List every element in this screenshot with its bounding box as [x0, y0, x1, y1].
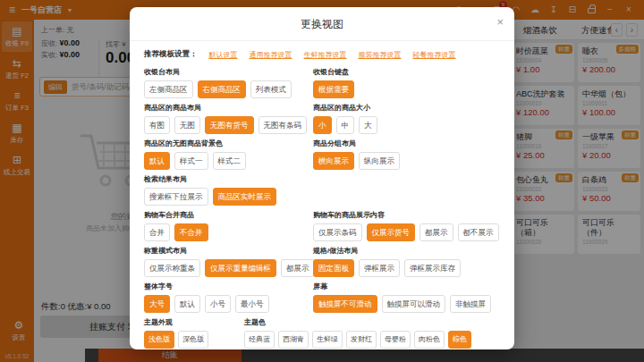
- option-button[interactable]: 大号: [144, 295, 170, 313]
- preset-fresh[interactable]: 生鲜推荐设置: [304, 50, 347, 60]
- group-label: 整体字号: [144, 282, 313, 292]
- group-label: 商品区的商品布局: [144, 103, 313, 114]
- change-view-modal: 更换视图 × 推荐模板设置： 默认设置 通用推荐设置 生鲜推荐设置 服装推荐设置…: [130, 7, 514, 349]
- option-button[interactable]: 仅展示货号: [367, 223, 416, 241]
- option-button[interactable]: 母婴粉: [380, 331, 411, 349]
- option-button[interactable]: 无图: [174, 116, 200, 134]
- preset-general[interactable]: 通用推荐设置: [250, 50, 292, 60]
- preset-clothing[interactable]: 服装推荐设置: [359, 50, 402, 60]
- option-button[interactable]: 搜索框下拉展示: [144, 188, 208, 206]
- option-button[interactable]: 小: [313, 116, 332, 134]
- option-button[interactable]: 浅色版: [144, 331, 174, 349]
- group-label: 主题外观: [144, 317, 244, 328]
- option-button[interactable]: 横向展示: [313, 152, 354, 170]
- option-button[interactable]: 中: [336, 116, 355, 134]
- option-button[interactable]: 棕色: [448, 331, 471, 349]
- option-button[interactable]: 默认: [174, 295, 200, 313]
- preset-default[interactable]: 默认设置: [209, 50, 238, 60]
- option-button[interactable]: 无图有货号: [205, 116, 254, 134]
- option-button[interactable]: 右侧商品区: [198, 80, 247, 98]
- option-button[interactable]: 样式二: [213, 152, 247, 170]
- modal-close-icon[interactable]: ×: [496, 15, 504, 29]
- option-button[interactable]: 生鲜绿: [312, 331, 343, 349]
- group-label: 主题色: [244, 317, 500, 328]
- option-button[interactable]: 仅展示称重条: [144, 259, 200, 277]
- option-button[interactable]: 无图有条码: [258, 116, 308, 134]
- option-button[interactable]: 触摸屏可以滑动: [382, 295, 446, 313]
- option-button[interactable]: 最小号: [235, 295, 269, 313]
- option-button[interactable]: 大: [359, 116, 377, 134]
- option-button[interactable]: 都不展示: [458, 223, 499, 241]
- option-button[interactable]: 弹框展示: [359, 259, 400, 277]
- option-button[interactable]: 非触摸屏: [450, 295, 491, 313]
- option-button[interactable]: 发财红: [346, 331, 377, 349]
- option-button[interactable]: 默认: [144, 152, 170, 170]
- group-label: 商品分组布局: [313, 139, 500, 149]
- option-button[interactable]: 根据需要: [313, 80, 354, 98]
- option-button[interactable]: 合并: [144, 223, 170, 241]
- option-button[interactable]: 样式一: [174, 152, 208, 170]
- option-button[interactable]: 小号: [205, 295, 231, 313]
- option-button[interactable]: 仅展示条码: [313, 223, 362, 241]
- pos-app: ≡ 一号自营店 ▾ 2022-01-18 17:04 ⟳ ▭ ⊞9 ◠ ☁ ↧ …: [0, 0, 644, 362]
- group-label: 购物车合并商品: [144, 210, 313, 221]
- option-button[interactable]: 固定面板: [313, 259, 354, 277]
- option-button[interactable]: 左侧商品区: [144, 80, 193, 98]
- option-button[interactable]: 都展示: [281, 259, 315, 277]
- group-label: 商品区的无图商品背景色: [144, 139, 313, 149]
- group-label: 购物车的商品展示内容: [313, 210, 500, 221]
- group-label: 屏幕: [313, 282, 500, 292]
- group-label: 称重模式布局: [144, 246, 313, 257]
- group-label: 商品区的商品大小: [313, 103, 500, 114]
- option-button[interactable]: 有图: [144, 116, 170, 134]
- option-button[interactable]: 商品区实时展示: [213, 188, 277, 206]
- option-button[interactable]: 不合并: [174, 223, 208, 241]
- option-button[interactable]: 仅展示重量编辑框: [205, 259, 276, 277]
- group-label: 收银台布局: [144, 67, 313, 78]
- option-button[interactable]: 经典蓝: [244, 331, 275, 349]
- preset-links-row: 推荐模板设置： 默认设置 通用推荐设置 生鲜推荐设置 服装推荐设置 轻餐推荐设置: [144, 49, 500, 60]
- option-button[interactable]: 肉粉色: [414, 331, 445, 349]
- option-button[interactable]: 触摸屏不可滑动: [313, 295, 377, 313]
- option-button[interactable]: 西湖青: [278, 331, 309, 349]
- preset-light-food[interactable]: 轻餐推荐设置: [413, 50, 456, 60]
- presets-label: 推荐模板设置：: [144, 49, 198, 60]
- group-label: 规格/做法布局: [313, 246, 500, 257]
- modal-title: 更换视图: [130, 7, 514, 41]
- option-button[interactable]: 都展示: [419, 223, 453, 241]
- group-label: 检索结果布局: [144, 174, 313, 185]
- option-button[interactable]: 列表模式: [250, 80, 292, 98]
- option-button[interactable]: 纵向展示: [359, 152, 400, 170]
- group-label: 收银台键盘: [313, 67, 500, 78]
- option-button[interactable]: 深色版: [178, 331, 208, 349]
- option-button[interactable]: 弹框展示库存: [404, 259, 461, 277]
